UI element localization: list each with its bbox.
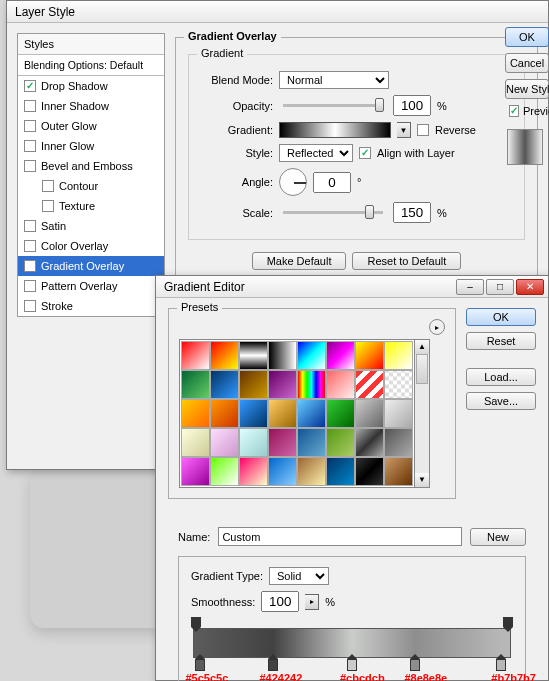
style-item-bevel-and-emboss[interactable]: Bevel and Emboss	[18, 156, 164, 176]
preset-swatch[interactable]	[384, 341, 413, 370]
preset-swatch[interactable]	[239, 457, 268, 486]
style-item-color-overlay[interactable]: Color Overlay	[18, 236, 164, 256]
preset-swatch[interactable]	[326, 428, 355, 457]
style-checkbox[interactable]	[24, 160, 36, 172]
style-item-inner-shadow[interactable]: Inner Shadow	[18, 96, 164, 116]
opacity-stop-left[interactable]	[191, 617, 201, 627]
gradient-bar[interactable]	[193, 628, 511, 658]
style-item-satin[interactable]: Satin	[18, 216, 164, 236]
color-stop[interactable]	[195, 659, 205, 671]
style-checkbox[interactable]	[24, 100, 36, 112]
preset-swatch[interactable]	[210, 399, 239, 428]
scroll-up-icon[interactable]: ▲	[415, 340, 429, 354]
preset-swatch[interactable]	[355, 399, 384, 428]
reset-default-button[interactable]: Reset to Default	[352, 252, 461, 270]
preset-swatch[interactable]	[326, 370, 355, 399]
maximize-icon[interactable]: □	[486, 279, 514, 295]
reverse-checkbox[interactable]	[417, 124, 429, 136]
preset-swatch[interactable]	[210, 370, 239, 399]
preset-swatch[interactable]	[268, 399, 297, 428]
scroll-down-icon[interactable]: ▼	[415, 473, 429, 487]
styles-header[interactable]: Styles	[18, 34, 164, 55]
presets-menu-icon[interactable]: ▸	[429, 319, 445, 335]
gradient-editor-titlebar[interactable]: Gradient Editor – □ ✕	[156, 276, 548, 298]
preset-swatch[interactable]	[181, 370, 210, 399]
preset-swatch[interactable]	[297, 428, 326, 457]
grad-type-select[interactable]: Solid	[269, 567, 329, 585]
preset-swatch[interactable]	[384, 457, 413, 486]
preset-swatch[interactable]	[181, 457, 210, 486]
preset-swatch[interactable]	[239, 341, 268, 370]
preset-swatch[interactable]	[181, 399, 210, 428]
style-checkbox[interactable]	[24, 280, 36, 292]
preset-swatch[interactable]	[326, 399, 355, 428]
preset-swatch[interactable]	[297, 341, 326, 370]
angle-input[interactable]	[313, 172, 351, 193]
style-item-outer-glow[interactable]: Outer Glow	[18, 116, 164, 136]
gradient-dropdown-icon[interactable]: ▼	[397, 122, 411, 138]
style-checkbox[interactable]	[24, 140, 36, 152]
preset-swatch[interactable]	[210, 457, 239, 486]
align-checkbox[interactable]	[359, 147, 371, 159]
ge-ok-button[interactable]: OK	[466, 308, 536, 326]
style-item-texture[interactable]: Texture	[18, 196, 164, 216]
preset-swatch[interactable]	[297, 399, 326, 428]
preset-swatch[interactable]	[268, 341, 297, 370]
preset-swatch[interactable]	[181, 341, 210, 370]
style-item-contour[interactable]: Contour	[18, 176, 164, 196]
preset-swatch[interactable]	[326, 341, 355, 370]
ge-reset-button[interactable]: Reset	[466, 332, 536, 350]
style-checkbox[interactable]	[24, 120, 36, 132]
opacity-stop-right[interactable]	[503, 617, 513, 627]
preset-swatch[interactable]	[210, 428, 239, 457]
preset-swatch[interactable]	[268, 428, 297, 457]
layer-style-titlebar[interactable]: Layer Style	[7, 1, 548, 23]
style-checkbox[interactable]	[24, 220, 36, 232]
preset-swatch[interactable]	[239, 428, 268, 457]
style-checkbox[interactable]	[24, 240, 36, 252]
opacity-input[interactable]	[393, 95, 431, 116]
scroll-handle[interactable]	[416, 354, 428, 384]
opacity-slider[interactable]	[283, 104, 383, 107]
make-default-button[interactable]: Make Default	[252, 252, 347, 270]
color-stop[interactable]	[410, 659, 420, 671]
scale-input[interactable]	[393, 202, 431, 223]
preset-swatch[interactable]	[355, 341, 384, 370]
color-stop[interactable]	[347, 659, 357, 671]
scale-slider[interactable]	[283, 211, 383, 214]
ok-button[interactable]: OK	[505, 27, 549, 47]
style-checkbox[interactable]	[24, 80, 36, 92]
style-checkbox[interactable]	[42, 200, 54, 212]
preset-swatch[interactable]	[384, 399, 413, 428]
cancel-button[interactable]: Cancel	[505, 53, 549, 73]
preset-swatch[interactable]	[210, 341, 239, 370]
name-input[interactable]	[218, 527, 462, 546]
style-checkbox[interactable]	[42, 180, 54, 192]
preset-swatch[interactable]	[181, 428, 210, 457]
preset-swatch[interactable]	[384, 428, 413, 457]
color-stop[interactable]	[496, 659, 506, 671]
preset-swatch[interactable]	[239, 399, 268, 428]
preset-swatch[interactable]	[239, 370, 268, 399]
preset-swatch[interactable]	[297, 370, 326, 399]
presets-scrollbar[interactable]: ▲ ▼	[415, 339, 430, 488]
gradient-swatch[interactable]	[279, 122, 391, 138]
style-item-stroke[interactable]: Stroke	[18, 296, 164, 316]
preset-swatch[interactable]	[355, 457, 384, 486]
new-button[interactable]: New	[470, 528, 526, 546]
preset-swatch[interactable]	[355, 370, 384, 399]
preset-swatch[interactable]	[326, 457, 355, 486]
color-stop[interactable]	[268, 659, 278, 671]
style-item-gradient-overlay[interactable]: Gradient Overlay	[18, 256, 164, 276]
style-select[interactable]: Reflected	[279, 144, 353, 162]
preset-swatch[interactable]	[297, 457, 326, 486]
style-checkbox[interactable]	[24, 260, 36, 272]
preset-swatch[interactable]	[384, 370, 413, 399]
blending-options-row[interactable]: Blending Options: Default	[18, 55, 164, 76]
style-checkbox[interactable]	[24, 300, 36, 312]
new-style-button[interactable]: New Style...	[505, 79, 549, 99]
preset-swatch[interactable]	[355, 428, 384, 457]
style-item-inner-glow[interactable]: Inner Glow	[18, 136, 164, 156]
smoothness-input[interactable]	[261, 591, 299, 612]
preset-swatch[interactable]	[268, 370, 297, 399]
